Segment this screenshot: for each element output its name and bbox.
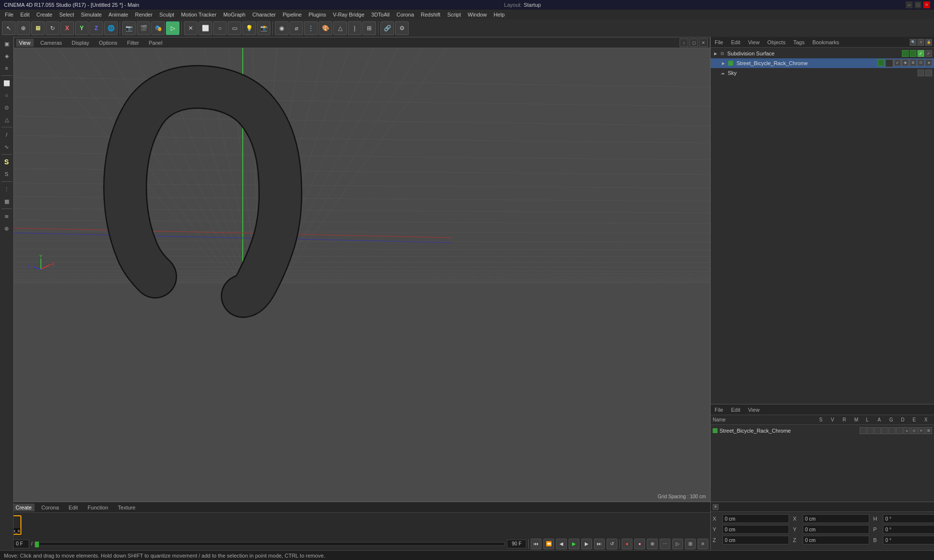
menu-sculpt[interactable]: Sculpt	[157, 10, 178, 19]
xyz-y[interactable]: Y	[75, 21, 89, 35]
edge-mode[interactable]: |	[348, 21, 361, 35]
rot-b-input[interactable]	[883, 536, 934, 544]
search-objects-icon[interactable]: 🔍	[910, 39, 916, 46]
tl-tab-edit[interactable]: Edit	[66, 504, 81, 511]
minimize-button[interactable]: ─	[906, 1, 913, 8]
play-backward-button[interactable]: ⏪	[543, 539, 554, 549]
object-bicycle-rack[interactable]: ▶ Street_Bicycle_Rack_Chrome ✓ ◉ ⊠ ⊡ ◈	[711, 58, 934, 68]
lt-model-mode[interactable]: ▣	[1, 38, 13, 50]
material-manager[interactable]: ◉	[275, 21, 288, 35]
coord-panel-toggle[interactable]: ≡	[713, 504, 718, 510]
attr-edit-menu[interactable]: Edit	[729, 407, 742, 413]
camera-object[interactable]: 📸	[257, 21, 270, 35]
timeline-settings[interactable]: ⊞	[685, 539, 696, 549]
vp-tab-view[interactable]: View	[16, 39, 34, 47]
play-button[interactable]: ▶	[569, 539, 579, 549]
lock-objects-icon[interactable]: 🔒	[925, 39, 932, 46]
subdivision-check[interactable]: ✓	[917, 50, 924, 57]
vp-tab-panel[interactable]: Panel	[146, 39, 165, 47]
lt-texture[interactable]: ◈	[1, 50, 13, 62]
lt-checker[interactable]: ▦	[1, 195, 13, 207]
scale-tool[interactable]: ⊞	[31, 21, 45, 35]
menu-animate[interactable]: Animate	[106, 10, 131, 19]
menu-file[interactable]: File	[2, 10, 17, 19]
lt-cone[interactable]: △	[1, 114, 13, 125]
world-space[interactable]: 🌐	[104, 21, 118, 35]
vp-layout-button[interactable]: ◻	[689, 38, 698, 47]
objects-objects-menu[interactable]: Objects	[765, 39, 787, 45]
add-keyframe-button[interactable]: ⊕	[647, 539, 658, 549]
lt-line[interactable]: /	[1, 129, 13, 140]
render-active[interactable]: 🎬	[137, 21, 150, 35]
bicycle-rack-tag1[interactable]: ◉	[902, 59, 909, 66]
lt-s-icon[interactable]: S	[1, 156, 13, 168]
pos-z-input[interactable]	[722, 536, 789, 544]
attr-item-bicycle-rack[interactable]: Street_Bicycle_Rack_Chrome ≡ ◎ ⊳ ⊠	[713, 426, 932, 436]
go-to-end-button[interactable]: ⏭	[594, 539, 605, 549]
menu-mograph[interactable]: MoGraph	[220, 10, 249, 19]
close-button[interactable]: ✕	[923, 1, 930, 8]
menu-window[interactable]: Window	[465, 10, 490, 19]
menu-character[interactable]: Character	[250, 10, 279, 19]
menu-create[interactable]: Create	[34, 10, 55, 19]
lt-sphere[interactable]: ○	[1, 89, 13, 101]
vp-tab-cameras[interactable]: Cameras	[37, 39, 65, 47]
lt-layers2[interactable]: ≋	[1, 210, 13, 222]
attr-icon-a[interactable]	[896, 427, 903, 434]
lt-cube[interactable]: ⬜	[1, 77, 13, 89]
rot-p-input[interactable]	[883, 525, 934, 534]
vp-close-button[interactable]: ✕	[699, 38, 708, 47]
go-to-start-button[interactable]: ⏮	[531, 539, 541, 549]
extra-1[interactable]: 🔗	[380, 21, 394, 35]
tl-tab-create[interactable]: Create	[13, 504, 35, 511]
bicycle-rack-tag3[interactable]: ⊡	[917, 59, 924, 66]
tl-tab-corona[interactable]: Corona	[38, 504, 62, 511]
objects-tags-menu[interactable]: Tags	[791, 39, 807, 45]
xyz-x[interactable]: X	[60, 21, 74, 35]
menu-pipeline[interactable]: Pipeline	[280, 10, 305, 19]
expand-subdivision[interactable]: ▶	[713, 51, 718, 56]
auto-key-button[interactable]: ●	[634, 539, 645, 549]
restore-button[interactable]: □	[915, 1, 921, 8]
bicycle-rack-check[interactable]: ✓	[894, 59, 901, 66]
objects-edit-menu[interactable]: Edit	[729, 39, 742, 45]
pos-y-input[interactable]	[722, 525, 789, 534]
menu-corona[interactable]: Corona	[394, 10, 417, 19]
menu-motion-tracker[interactable]: Motion Tracker	[178, 10, 219, 19]
expand-bicycle-rack[interactable]: ▶	[720, 60, 726, 66]
attr-icon-l[interactable]	[889, 427, 896, 434]
vp-tab-display[interactable]: Display	[69, 39, 92, 47]
menu-edit[interactable]: Edit	[18, 10, 33, 19]
step-forward-button[interactable]: ▶	[581, 539, 592, 549]
objects-file-menu[interactable]: File	[713, 39, 725, 45]
object-subdivision-surface[interactable]: ▶ ⊞ Subdivision Surface ✓ ✓	[711, 49, 934, 58]
preview-button[interactable]: ▷	[672, 539, 683, 549]
attr-icon-s[interactable]	[860, 427, 866, 434]
lt-cylinder[interactable]: ⊙	[1, 102, 13, 113]
vp-tab-options[interactable]: Options	[96, 39, 120, 47]
pos-x-input[interactable]	[722, 514, 789, 523]
subdivision-vis-editor[interactable]	[902, 50, 909, 57]
subdivide[interactable]: ⋮	[304, 21, 318, 35]
cursor-tool[interactable]: ↖	[2, 21, 16, 35]
sky-vis-editor[interactable]	[917, 70, 924, 76]
subdivision-x[interactable]: ✓	[925, 50, 932, 57]
attr-icon-d[interactable]: ◎	[911, 427, 917, 434]
attr-icon-e[interactable]: ⊳	[918, 427, 925, 434]
grid-snap[interactable]: ⊞	[362, 21, 376, 35]
attr-view-menu[interactable]: View	[746, 407, 762, 413]
cube-object[interactable]: ⬜	[198, 21, 212, 35]
sphere-object[interactable]: ○	[213, 21, 227, 35]
scale-y-input[interactable]	[803, 525, 869, 534]
step-back-button[interactable]: ◀	[556, 539, 567, 549]
menu-select[interactable]: Select	[56, 10, 77, 19]
move-tool[interactable]: ⊕	[17, 21, 30, 35]
viewport-render[interactable]: ▷	[166, 21, 180, 35]
extra-2[interactable]: ⚙	[395, 21, 409, 35]
sky-vis-render[interactable]	[925, 70, 932, 76]
loop-button[interactable]: ↺	[607, 539, 617, 549]
menu-simulate[interactable]: Simulate	[78, 10, 105, 19]
menu-render[interactable]: Render	[132, 10, 155, 19]
render-all[interactable]: 🎭	[151, 21, 165, 35]
attr-icon-g[interactable]: ≡	[903, 427, 910, 434]
